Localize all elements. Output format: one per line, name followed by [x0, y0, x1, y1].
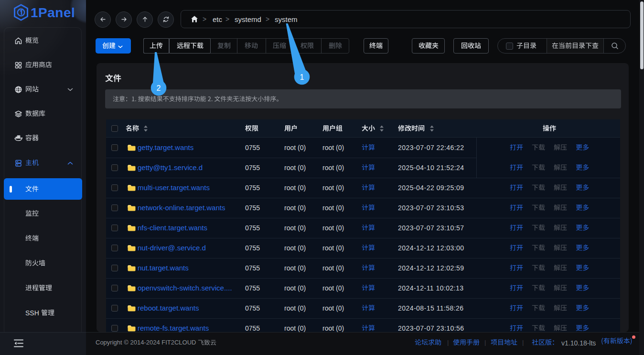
- svg-text:1Panel: 1Panel: [31, 5, 75, 20]
